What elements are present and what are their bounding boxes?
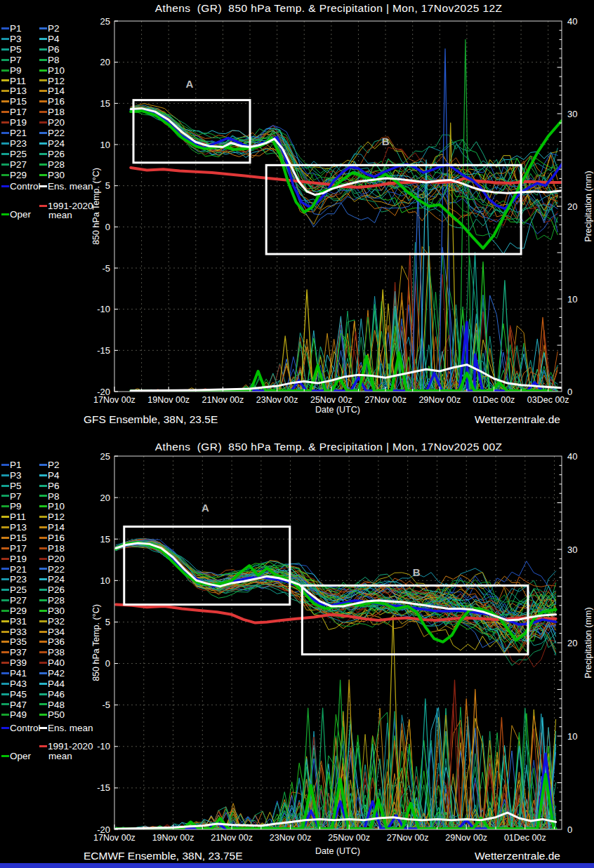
series-group [131, 39, 562, 392]
y-axis-label-temp: 850 hPa Temp. (°C) [91, 168, 101, 245]
x-tick-label: 27Nov 00z [364, 395, 407, 405]
model-caption: ECMWF Ensemble, 38N, 23.75E [84, 850, 243, 862]
y-axis-label-precip: Precipitation (mm) [583, 607, 593, 678]
x-tick-label: 17Nov 00z [93, 833, 136, 843]
x-tick-label: 29Nov 00z [445, 833, 487, 843]
x-tick-label: 03Dec 00z [527, 395, 569, 405]
x-tick-label: 17Nov 00z [93, 395, 136, 405]
y-right-tick-label: 20 [567, 201, 577, 212]
gfs-panel: Athens (GR) 850 hPa Temp. & Precipitatio… [0, 0, 594, 434]
y-left-tick-label: 25 [100, 451, 110, 462]
x-axis-label: Date (UTC) [315, 405, 360, 415]
series-group [116, 539, 556, 829]
y-left-tick-label: 20 [100, 493, 110, 503]
x-tick-label: 01Dec 00z [504, 833, 546, 843]
site-caption: Wetterzentrale.de [475, 850, 560, 862]
y-left-tick-label: 20 [100, 57, 110, 67]
y-left-tick-label: 15 [100, 98, 110, 109]
site-caption: Wetterzentrale.de [475, 413, 560, 426]
x-tick-label: 19Nov 00z [152, 833, 194, 843]
y-axis-label-temp: 850 hPa Temp. (°C) [91, 604, 101, 681]
y-left-tick-label: -5 [102, 263, 110, 274]
y-left-tick-label: 25 [100, 16, 110, 27]
x-tick-label: 25Nov 00z [310, 395, 352, 405]
ecmwf-plot-chart: AB2520151050-5-10-15-2001020304017Nov 00… [0, 434, 594, 863]
y-right-tick-label: 40 [567, 16, 577, 27]
y-right-tick-label: 10 [567, 294, 577, 305]
y-right-tick-label: 30 [567, 545, 577, 555]
y-left-tick-label: 10 [100, 140, 110, 150]
y-right-tick-label: 0 [567, 824, 572, 835]
wetterzentrale-ensemble-page: Athens (GR) 850 hPa Temp. & Precipitatio… [0, 0, 594, 868]
x-tick-label: 25Nov 00z [328, 833, 370, 843]
model-caption: GFS Ensemble, 38N, 23.5E [84, 413, 218, 426]
region-label-A: A [186, 78, 194, 90]
x-tick-label: 23Nov 00z [270, 833, 312, 843]
y-left-tick-label: 5 [105, 617, 110, 627]
ecmwf-panel: Athens (GR) 850 hPa Temp. & Precipitatio… [0, 434, 594, 863]
x-tick-label: 21Nov 00z [202, 395, 244, 405]
bottom-strip [0, 863, 594, 868]
y-right-tick-label: 40 [567, 451, 577, 462]
x-tick-label: 19Nov 00z [147, 395, 190, 405]
y-right-tick-label: 10 [567, 731, 577, 742]
region-label-A: A [202, 502, 209, 514]
x-tick-label: 23Nov 00z [256, 395, 298, 405]
x-tick-label: 21Nov 00z [211, 833, 253, 843]
x-tick-label: 01Dec 00z [473, 395, 515, 405]
y-left-tick-label: 5 [105, 180, 110, 191]
y-left-tick-label: -15 [97, 782, 110, 793]
x-tick-label: 29Nov 00z [418, 395, 461, 405]
x-tick-label: 27Nov 00z [387, 833, 429, 843]
y-left-tick-label: 10 [100, 575, 110, 586]
y-right-tick-label: 20 [567, 638, 577, 648]
y-left-tick-label: -10 [97, 304, 110, 314]
y-right-tick-label: 30 [567, 109, 577, 119]
y-left-tick-label: 15 [100, 534, 110, 545]
y-left-tick-label: 0 [105, 222, 110, 232]
region-label-B: B [382, 135, 390, 147]
y-left-tick-label: -15 [97, 345, 110, 356]
region-label-B: B [413, 566, 421, 578]
y-left-tick-label: -5 [102, 700, 110, 710]
y-left-tick-label: -10 [97, 741, 110, 752]
x-axis-label: Date (UTC) [315, 846, 360, 856]
gfs-plot-chart: AB2520151050-5-10-15-2001020304017Nov 00… [0, 0, 594, 434]
y-left-tick-label: 0 [105, 658, 110, 669]
y-axis-label-precip: Precipitation (mm) [583, 171, 593, 241]
